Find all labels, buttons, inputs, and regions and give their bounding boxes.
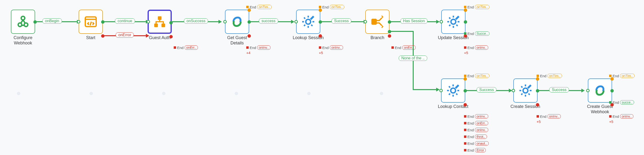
end-square-icon xyxy=(319,6,321,8)
port-error[interactable] xyxy=(464,103,467,107)
end-chip: Error xyxy=(475,148,486,152)
flow-canvas[interactable]: onBegin continue onSuccess success Succe… xyxy=(0,0,644,155)
gear-icon xyxy=(446,83,460,98)
end-chip: onErr.. xyxy=(475,121,488,125)
port-error[interactable] xyxy=(536,103,539,107)
end-chip: onTim.. xyxy=(475,74,490,78)
branch-icon xyxy=(370,14,385,29)
end-tag[interactable]: EndonTim.. xyxy=(464,74,490,78)
end-tag[interactable]: EndonTim.. xyxy=(464,5,490,9)
end-tag[interactable]: EndError xyxy=(464,148,486,152)
end-text: End xyxy=(395,46,401,50)
end-tag[interactable]: Endonaut.. xyxy=(464,141,489,146)
end-square-icon xyxy=(464,149,466,151)
port-error[interactable] xyxy=(318,34,322,38)
node-get-guest-details[interactable]: Get Guest Details xyxy=(220,10,254,46)
end-square-icon xyxy=(174,46,176,49)
port-in[interactable] xyxy=(586,89,590,92)
edge-label[interactable]: Success xyxy=(549,87,569,92)
end-square-icon xyxy=(246,6,249,8)
end-tag[interactable]: EndonInv.. xyxy=(464,128,488,132)
edge-label[interactable]: onError xyxy=(116,32,134,38)
node-start[interactable]: Start xyxy=(79,10,103,41)
node-guest-auth[interactable]: Guest Auth xyxy=(148,10,172,41)
node-lookup-session[interactable]: Lookup Session xyxy=(293,10,324,41)
node-create-guest-webhook[interactable]: Create Guest Webhook xyxy=(583,78,617,114)
node-label: Configure Webhook xyxy=(6,35,40,46)
end-tag[interactable]: EndonTim.. xyxy=(246,5,272,9)
svg-point-11 xyxy=(523,88,528,93)
edge-label[interactable]: continue xyxy=(115,18,135,24)
node-update-session[interactable]: Update Session xyxy=(438,10,468,41)
port-error[interactable] xyxy=(101,34,104,38)
port-in[interactable] xyxy=(364,20,367,23)
end-square-icon xyxy=(392,46,394,49)
port-in[interactable] xyxy=(512,89,515,92)
port-in[interactable] xyxy=(294,20,298,23)
end-tag[interactable]: EndonTim.. xyxy=(536,74,562,78)
edge-label[interactable]: onSuccess xyxy=(184,18,208,24)
end-text: End xyxy=(322,46,329,50)
port-out-2[interactable] xyxy=(388,30,391,33)
port-out[interactable] xyxy=(34,20,37,24)
edge-label[interactable]: None of the .. xyxy=(399,55,427,61)
end-chip: succe.. xyxy=(620,100,634,105)
end-square-icon xyxy=(464,75,466,77)
end-tag[interactable]: EndonInv.. xyxy=(464,114,488,119)
end-tag[interactable]: EndonInv.. xyxy=(609,114,633,119)
port-out[interactable] xyxy=(464,89,467,92)
node-configure-webhook[interactable]: Configure Webhook xyxy=(6,10,40,46)
end-text: End xyxy=(468,114,474,119)
port-in[interactable] xyxy=(440,20,443,23)
svg-rect-8 xyxy=(372,19,376,24)
end-chip: onInv.. xyxy=(257,45,270,50)
end-square-icon xyxy=(464,129,466,131)
port-out[interactable] xyxy=(610,89,614,92)
end-tag[interactable]: Endsucce.. xyxy=(609,100,634,105)
flow-icon xyxy=(152,14,167,29)
port-out[interactable] xyxy=(388,20,391,24)
end-tag[interactable]: EndonErr.. xyxy=(464,121,488,125)
end-tag[interactable]: EndonInv.. xyxy=(536,114,561,119)
port-out[interactable] xyxy=(101,20,104,24)
end-chip: onTim.. xyxy=(620,74,634,78)
end-tag[interactable]: EndonInv.. xyxy=(246,45,270,50)
end-chip: onaut.. xyxy=(475,141,489,146)
port-out[interactable] xyxy=(318,20,322,24)
end-tag[interactable]: EndonInv.. xyxy=(319,45,343,50)
edge-label[interactable]: Has Session xyxy=(400,18,428,24)
edge-label[interactable]: Success xyxy=(476,87,496,92)
node-create-session[interactable]: Create Session xyxy=(510,78,540,109)
end-tag[interactable]: EndonErr.. xyxy=(392,45,416,50)
end-tag[interactable]: EndSucce.. xyxy=(464,31,490,36)
end-chip: onInv.. xyxy=(548,114,561,119)
end-text: End xyxy=(540,114,546,119)
port-in[interactable] xyxy=(439,89,443,92)
port-out[interactable] xyxy=(536,89,539,92)
port-in[interactable] xyxy=(77,20,80,23)
end-square-icon xyxy=(246,46,249,49)
end-tag[interactable]: EndonTim.. xyxy=(609,74,634,78)
port-out[interactable] xyxy=(248,20,251,24)
end-tag[interactable]: EndonErr.. xyxy=(174,45,198,50)
end-square-icon xyxy=(464,6,466,8)
end-square-icon xyxy=(609,75,612,77)
end-text: End xyxy=(250,46,256,50)
port-out[interactable] xyxy=(169,21,173,24)
end-tag[interactable]: EndonInv.. xyxy=(464,45,488,50)
node-lookup-contact[interactable]: Lookup Contact xyxy=(438,78,468,109)
end-chip: onInv.. xyxy=(330,45,343,50)
edge-label[interactable]: Success xyxy=(332,18,351,24)
node-branch[interactable]: Branch xyxy=(365,10,390,41)
port-in[interactable] xyxy=(146,20,150,23)
end-tag[interactable]: Endthrot.. xyxy=(464,135,487,139)
port-error[interactable] xyxy=(388,34,391,38)
port-out[interactable] xyxy=(464,20,467,24)
end-tag[interactable]: EndonTim.. xyxy=(319,5,344,9)
end-text: End xyxy=(322,5,329,9)
port-error[interactable] xyxy=(248,34,251,38)
port-in[interactable] xyxy=(223,20,227,23)
edge-label[interactable]: success xyxy=(259,18,278,24)
edge-label[interactable]: onBegin xyxy=(42,18,62,24)
port-error[interactable] xyxy=(169,35,173,38)
